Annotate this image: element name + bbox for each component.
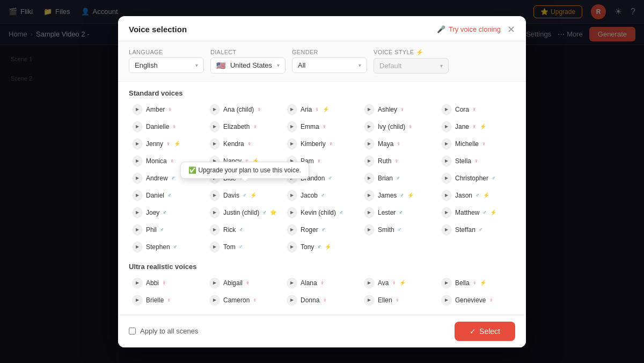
voice-item[interactable]: ▶Genevieve♀ [438, 292, 515, 308]
voice-item[interactable]: ▶Kimberly♀ [283, 136, 361, 152]
voice-item[interactable]: ▶Daniel♂ [129, 187, 206, 204]
voice-item[interactable]: ▶Ava♀⚡ [361, 275, 438, 291]
dialect-select[interactable]: 🇺🇸 United States ▾ [210, 57, 286, 74]
voice-play-button[interactable]: ▶ [441, 104, 452, 115]
voice-play-button[interactable]: ▶ [132, 278, 143, 288]
voice-play-button[interactable]: ▶ [441, 278, 452, 288]
voice-play-button[interactable]: ▶ [364, 173, 375, 184]
voice-play-button[interactable]: ▶ [364, 207, 375, 218]
try-voice-cloning-button[interactable]: 🎤 Try voice cloning [437, 25, 501, 33]
voice-play-button[interactable]: ▶ [364, 139, 375, 149]
voice-item[interactable]: ▶Brian♂ [361, 170, 438, 186]
voice-item[interactable]: ▶Abbi♀ [129, 275, 206, 291]
voice-play-button[interactable]: ▶ [287, 139, 297, 149]
voice-play-button[interactable]: ▶ [132, 190, 143, 201]
voice-play-button[interactable]: ▶ [364, 156, 375, 166]
voice-item[interactable]: ▶Jason♂⚡ [438, 187, 515, 204]
voice-item[interactable]: ▶Steffan♂ [438, 222, 515, 238]
voice-item[interactable]: ▶Stella♀ [438, 153, 515, 169]
voice-item[interactable]: ▶Tom♂ [206, 239, 283, 255]
voice-play-button[interactable]: ▶ [441, 190, 452, 201]
voice-play-button[interactable]: ▶ [287, 104, 297, 115]
voice-item[interactable]: ▶Kendra♀ [206, 136, 283, 152]
voice-play-button[interactable]: ▶ [364, 121, 375, 132]
close-modal-button[interactable]: ✕ [507, 25, 515, 34]
voice-item[interactable]: ▶Alana♀ [283, 275, 361, 291]
voice-play-button[interactable]: ▶ [287, 121, 297, 132]
voice-item[interactable]: ▶Jacob♂ [283, 187, 361, 204]
voice-item[interactable]: ▶Jenny♀⚡ [129, 136, 206, 152]
voice-item[interactable]: ▶Emma♀ [283, 119, 361, 135]
voice-play-button[interactable]: ▶ [441, 121, 452, 132]
voice-play-button[interactable]: ▶ [132, 224, 143, 235]
select-button[interactable]: ✓ Select [455, 322, 515, 341]
voice-play-button[interactable]: ▶ [287, 242, 297, 252]
voice-item[interactable]: ▶Smith♂ [361, 222, 438, 238]
voice-item[interactable]: ▶Justin (child)♂⭐ [206, 205, 283, 221]
voice-item[interactable]: ▶Elizabeth♀ [206, 119, 283, 135]
voice-play-button[interactable]: ▶ [287, 278, 297, 288]
voice-play-button[interactable]: ▶ [364, 190, 375, 201]
voice-play-button[interactable]: ▶ [132, 242, 143, 252]
voice-item[interactable]: ▶Roger♂ [283, 222, 361, 238]
voice-item[interactable]: ▶Aria♀⚡ [283, 101, 361, 118]
voice-item[interactable]: ▶Ivy (child)♀ [361, 119, 438, 135]
voice-play-button[interactable]: ▶ [364, 104, 375, 115]
voice-play-button[interactable]: ▶ [364, 278, 375, 288]
voice-play-button[interactable]: ▶ [441, 207, 452, 218]
voice-item[interactable]: ▶Abigail♀ [206, 275, 283, 291]
voice-play-button[interactable]: ▶ [209, 295, 220, 306]
voice-play-button[interactable]: ▶ [132, 121, 143, 132]
apply-checkbox-input[interactable] [129, 328, 136, 335]
voice-item[interactable]: ▶Ellen♀ [361, 292, 438, 308]
voice-play-button[interactable]: ▶ [132, 207, 143, 218]
voice-play-button[interactable]: ▶ [441, 295, 452, 306]
voice-item[interactable]: ▶Phil♂ [129, 222, 206, 238]
apply-to-all-scenes-checkbox[interactable]: Apply to all scenes [129, 327, 198, 335]
voice-play-button[interactable]: ▶ [132, 173, 143, 184]
voice-play-button[interactable]: ▶ [132, 156, 143, 166]
voice-item[interactable]: ▶Maya♀ [361, 136, 438, 152]
voice-item[interactable]: ▶Stephen♂ [129, 239, 206, 255]
voice-play-button[interactable]: ▶ [209, 104, 220, 115]
voice-item[interactable]: ▶Jane♀⚡ [438, 119, 515, 135]
voice-item[interactable]: ▶Matthew♂⚡ [438, 205, 515, 221]
voice-item[interactable]: ▶Michelle♀ [438, 136, 515, 152]
voice-play-button[interactable]: ▶ [209, 207, 220, 218]
voice-play-button[interactable]: ▶ [441, 173, 452, 184]
voice-item[interactable]: ▶Ruth♀ [361, 153, 438, 169]
voice-play-button[interactable]: ▶ [287, 224, 297, 235]
voice-play-button[interactable]: ▶ [209, 242, 220, 252]
voice-item[interactable]: ▶Cora♀ [438, 101, 515, 118]
voice-item[interactable]: ▶Tony♂⚡ [283, 239, 361, 255]
voice-play-button[interactable]: ▶ [209, 139, 220, 149]
voice-item[interactable]: ▶Donna♀ [283, 292, 361, 308]
voice-play-button[interactable]: ▶ [441, 139, 452, 149]
voice-play-button[interactable]: ▶ [132, 104, 143, 115]
voice-item[interactable]: ▶Rick♂ [206, 222, 283, 238]
voice-item[interactable]: ▶Davis♂⚡ [206, 187, 283, 204]
voice-play-button[interactable]: ▶ [287, 190, 297, 201]
voice-play-button[interactable]: ▶ [209, 121, 220, 132]
voice-item[interactable]: ▶James♂⚡ [361, 187, 438, 204]
gender-select[interactable]: All ▾ [292, 57, 367, 73]
voice-play-button[interactable]: ▶ [287, 207, 297, 218]
voice-play-button[interactable]: ▶ [209, 278, 220, 288]
voice-play-button[interactable]: ▶ [132, 139, 143, 149]
voice-play-button[interactable]: ▶ [441, 156, 452, 166]
voice-item[interactable]: ▶Brielle♀ [129, 292, 206, 308]
voice-play-button[interactable]: ▶ [132, 295, 143, 306]
voice-item[interactable]: ▶Danielle♀ [129, 119, 206, 135]
voice-item[interactable]: ▶Ashley♀ [361, 101, 438, 118]
voice-item[interactable]: ▶Bella♀⚡ [438, 275, 515, 291]
voice-item[interactable]: ▶Joey♂ [129, 205, 206, 221]
voice-item[interactable]: ▶Christopher♂ [438, 170, 515, 186]
voice-item[interactable]: ▶Amber♀ [129, 101, 206, 118]
voice-play-button[interactable]: ▶ [209, 224, 220, 235]
voice-item[interactable]: ▶Kevin (child)♂ [283, 205, 361, 221]
voice-play-button[interactable]: ▶ [364, 224, 375, 235]
voice-item[interactable]: ▶Cameron♀ [206, 292, 283, 308]
voice-play-button[interactable]: ▶ [364, 295, 375, 306]
voice-item[interactable]: ▶Lester♂ [361, 205, 438, 221]
voice-play-button[interactable]: ▶ [441, 224, 452, 235]
